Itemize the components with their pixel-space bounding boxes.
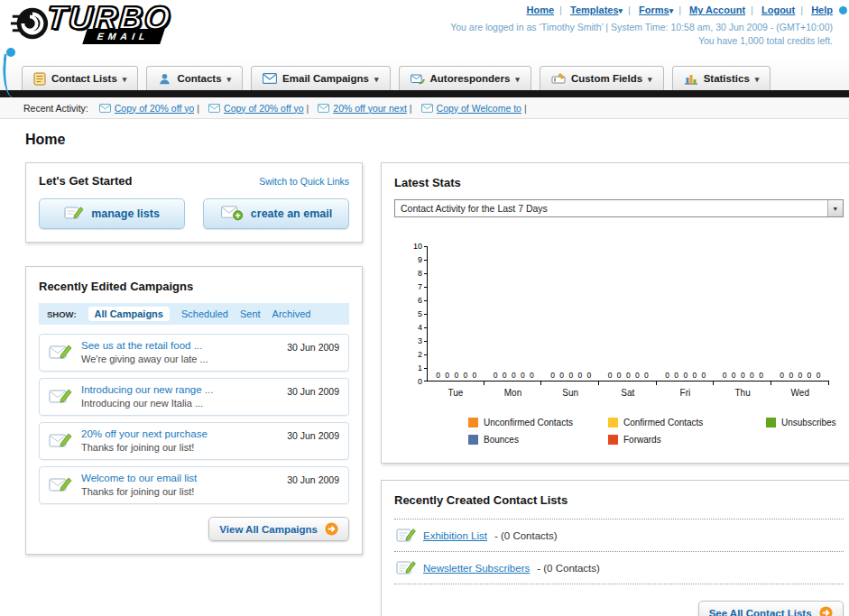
chevron-down-icon <box>123 73 127 84</box>
contact-list-link[interactable]: Exhibition List <box>423 530 487 541</box>
statistics-icon <box>684 72 698 85</box>
recent-contact-lists-title: Recently Created Contact Lists <box>394 493 568 507</box>
filter-sent[interactable]: Sent <box>240 308 261 319</box>
custom-fields-icon <box>551 72 566 85</box>
top-link-logout[interactable]: Logout <box>761 5 795 15</box>
filter-scheduled[interactable]: Scheduled <box>181 308 228 319</box>
chart-x-axis: TueMonSunSatFriThuWed <box>427 388 829 398</box>
turbo-swirl-icon <box>9 3 51 48</box>
campaign-title-link[interactable]: Introducing our new range ... <box>81 384 278 395</box>
campaign-subtitle: We're giving away our late ... <box>81 354 278 364</box>
campaign-row: See us at the retail food ... We're givi… <box>39 334 349 372</box>
campaign-date: 30 Jun 2009 <box>287 342 339 353</box>
campaign-title-link[interactable]: Welcome to our email list <box>81 473 278 483</box>
legend-item: Unsubscribes <box>766 418 836 428</box>
new-email-icon <box>220 204 244 224</box>
page: TURBO EMAIL Home Templates Forms My Acco… <box>0 0 849 616</box>
campaign-title-link[interactable]: See us at the retail food ... <box>81 340 278 351</box>
campaign-date: 30 Jun 2009 <box>287 386 339 397</box>
main-content: Home Let's Get Started Switch to Quick L… <box>0 119 849 616</box>
top-link-forms[interactable]: Forms <box>639 5 673 15</box>
switch-quick-links-link[interactable]: Switch to Quick Links <box>259 176 349 187</box>
tab-label: Autoresponders <box>430 73 511 84</box>
tab-statistics[interactable]: Statistics <box>672 66 771 90</box>
top-link-home[interactable]: Home <box>527 5 555 15</box>
campaign-filter-bar: SHOW: All Campaigns Scheduled Sent Archi… <box>39 303 349 325</box>
header-right: Home Templates Forms My Account Logout H… <box>450 5 833 46</box>
create-email-label: create an email <box>251 207 332 220</box>
edit-campaign-icon <box>49 343 72 363</box>
filter-all-campaigns[interactable]: All Campaigns <box>88 307 170 321</box>
campaign-subtitle: Introducing our new Italia ... <box>81 398 278 409</box>
latest-stats-panel: Latest Stats Contact Activity for the La… <box>381 162 849 464</box>
top-link-help[interactable]: Help <box>811 5 833 15</box>
recent-activity-label: Recent Activity: <box>23 103 88 114</box>
chevron-down-icon <box>374 73 379 84</box>
contact-list-count: - (0 Contacts) <box>494 530 558 541</box>
manage-lists-label: manage lists <box>91 207 160 220</box>
contact-list-count: - (0 Contacts) <box>537 563 600 574</box>
contacts-icon <box>158 72 171 86</box>
select-dropdown-arrow-icon <box>827 200 843 216</box>
top-link-templates[interactable]: Templates <box>570 5 623 15</box>
manage-lists-button[interactable]: manage lists <box>39 198 185 229</box>
recent-activity-link[interactable]: Copy of 20% off yo <box>115 103 195 114</box>
contact-list: Exhibition List - (0 Contacts) Newslette… <box>394 519 844 584</box>
email-icon <box>318 104 329 113</box>
get-started-panel: Let's Get Started Switch to Quick Links … <box>25 162 363 243</box>
chart-plot-area: 1098765432100 0 0 0 00 0 0 0 00 0 0 0 00… <box>427 246 829 382</box>
show-label: SHOW: <box>47 309 77 319</box>
recent-activity-link[interactable]: Copy of 20% off yo <box>224 103 304 114</box>
edit-list-icon <box>396 559 416 576</box>
logo: TURBO EMAIL <box>9 3 171 48</box>
campaign-date: 30 Jun 2009 <box>287 430 339 441</box>
contact-list-item: Newsletter Subscribers - (0 Contacts) <box>394 552 844 584</box>
tab-custom-fields[interactable]: Custom Fields <box>540 66 664 90</box>
filter-archived[interactable]: Archived <box>272 308 311 319</box>
tab-label: Custom Fields <box>571 73 642 84</box>
tab-label: Contacts <box>177 73 221 84</box>
corner-dot-decoration <box>839 6 847 14</box>
recent-activity-item: 20% off your next <box>318 103 420 114</box>
campaign-subtitle: Thanks for joining our list! <box>81 442 278 453</box>
chevron-down-icon <box>515 73 520 84</box>
chart-legend: Unconfirmed ContactsConfirmed ContactsUn… <box>468 418 836 445</box>
top-links: Home Templates Forms My Account Logout H… <box>450 5 833 15</box>
legend-item: Forwards <box>608 435 766 445</box>
view-all-campaigns-label: View All Campaigns <box>219 524 318 535</box>
stats-chart: 1098765432100 0 0 0 00 0 0 0 00 0 0 0 00… <box>427 246 836 445</box>
credits-info: You have 1,000 total credits left. <box>450 35 833 46</box>
tab-contacts[interactable]: Contacts <box>146 66 243 90</box>
view-all-campaigns-button[interactable]: View All Campaigns <box>208 517 349 541</box>
autoresponders-icon <box>411 72 425 85</box>
edit-campaign-icon <box>49 475 72 495</box>
campaign-title-link[interactable]: 20% off your next purchase <box>81 428 278 439</box>
top-link-my-account[interactable]: My Account <box>689 5 745 15</box>
recent-activity-item: Copy of 20% off yo <box>99 103 208 114</box>
contact-list-link[interactable]: Newsletter Subscribers <box>423 563 530 574</box>
recent-activity-link[interactable]: 20% off your next <box>333 103 407 114</box>
recent-campaigns-panel: Recently Edited Campaigns SHOW: All Camp… <box>25 266 363 555</box>
recent-activity-item: Copy of Welcome to <box>421 103 536 114</box>
edit-campaign-icon <box>49 431 72 451</box>
see-all-contact-lists-button[interactable]: See All Contact Lists <box>698 601 844 616</box>
recent-activity-link[interactable]: Copy of Welcome to <box>437 103 521 114</box>
email-icon <box>421 104 433 113</box>
recent-contact-lists-panel: Recently Created Contact Lists Exhibitio… <box>381 480 849 616</box>
campaign-subtitle: Thanks for joining our list! <box>81 486 278 497</box>
recent-activity-bar: Recent Activity: Copy of 20% off yo Copy… <box>0 97 849 119</box>
chevron-down-icon <box>755 73 760 84</box>
create-email-button[interactable]: create an email <box>203 198 349 229</box>
contact-list-item: Exhibition List - (0 Contacts) <box>394 519 844 552</box>
recent-campaigns-title: Recently Edited Campaigns <box>39 280 193 293</box>
arrow-right-icon <box>819 606 833 616</box>
legend-item: Confirmed Contacts <box>608 418 766 428</box>
tab-autoresponders[interactable]: Autoresponders <box>399 66 531 90</box>
nav-underline-bar <box>0 90 849 97</box>
chart-tick-row <box>427 382 829 385</box>
stats-period-select[interactable]: Contact Activity for the Last 7 Days <box>394 199 844 217</box>
campaign-date: 30 Jun 2009 <box>287 474 339 485</box>
tab-contact-lists[interactable]: Contact Lists <box>22 66 138 90</box>
edit-campaign-icon <box>49 387 72 407</box>
tab-email-campaigns[interactable]: Email Campaigns <box>251 66 390 90</box>
